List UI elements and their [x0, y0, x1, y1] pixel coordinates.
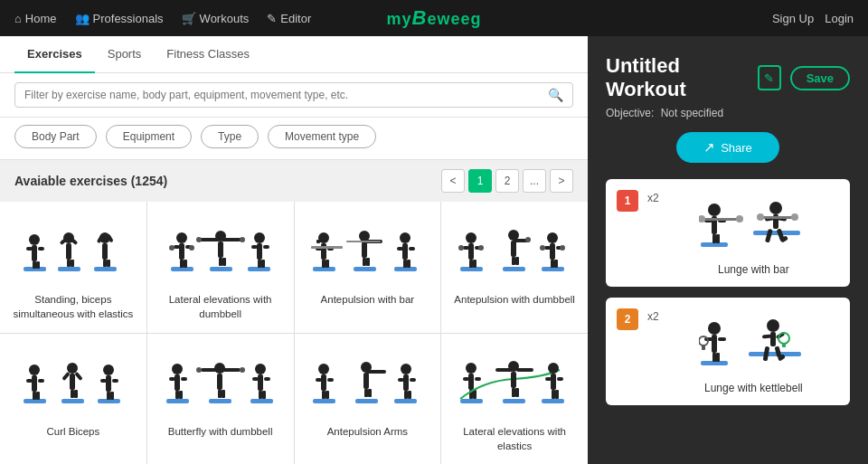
svg-rect-212 — [762, 335, 771, 339]
svg-rect-139 — [355, 399, 378, 403]
nav-home[interactable]: ⌂ Home — [14, 12, 57, 25]
exercise-card-0[interactable]: Standing, biceps simultaneous with elast… — [0, 202, 146, 333]
exercise-card-7[interactable]: Lateral elevations with elastics — [441, 334, 588, 465]
svg-point-79 — [478, 245, 484, 251]
filter-movement-type[interactable]: Movement type — [268, 125, 376, 148]
exercise-card-3[interactable]: Antepulsion with dumbbell — [441, 202, 588, 333]
svg-rect-100 — [38, 379, 44, 383]
svg-point-141 — [318, 364, 329, 374]
svg-rect-150 — [364, 389, 368, 397]
filter-body-part[interactable]: Body Part — [14, 125, 97, 148]
svg-rect-13 — [67, 260, 71, 267]
svg-rect-136 — [259, 391, 262, 399]
search-box: 🔍 — [14, 82, 573, 108]
svg-rect-8 — [36, 261, 40, 269]
svg-point-92 — [540, 245, 545, 251]
svg-rect-157 — [408, 391, 411, 399]
edit-workout-button[interactable]: ✎ — [758, 65, 780, 90]
nav-workouts[interactable]: 🛒 Workouts — [182, 12, 250, 25]
svg-point-199 — [791, 213, 798, 221]
item-number-0: 1 — [617, 190, 638, 212]
tab-fitness-classes[interactable]: Fitness Classes — [154, 36, 262, 73]
exercise-label-6: Antepulsion Arms — [327, 424, 409, 439]
svg-point-109 — [103, 365, 114, 375]
svg-point-189 — [736, 215, 743, 223]
svg-rect-6 — [38, 247, 44, 251]
signup-link[interactable]: Sign Up — [772, 12, 814, 25]
svg-rect-65 — [397, 247, 403, 251]
svg-rect-25 — [179, 243, 184, 260]
objective-line: Objective: Not specified — [606, 107, 850, 119]
svg-rect-160 — [542, 399, 564, 403]
svg-rect-178 — [555, 390, 559, 399]
exercise-label-7: Lateral elevations with elastics — [448, 424, 580, 453]
auth-links: Sign Up Login — [772, 12, 854, 25]
exercise-card-4[interactable]: Curl Biceps — [0, 334, 146, 465]
svg-rect-203 — [712, 335, 717, 353]
svg-rect-133 — [258, 374, 263, 391]
tab-exercises[interactable]: Exercises — [14, 36, 95, 73]
item-exercise-img-1 — [699, 308, 807, 376]
svg-rect-74 — [463, 246, 469, 250]
svg-rect-16 — [102, 243, 108, 260]
svg-rect-163 — [463, 377, 469, 381]
svg-rect-172 — [515, 388, 519, 397]
svg-rect-61 — [366, 258, 370, 266]
svg-rect-36 — [219, 258, 222, 266]
login-link[interactable]: Login — [825, 12, 854, 25]
exercise-card-2[interactable]: Antepulsion with bar — [295, 202, 441, 333]
page-prev[interactable]: < — [441, 169, 465, 193]
pagination: < 1 2 ... > — [441, 169, 573, 193]
svg-rect-171 — [512, 388, 515, 397]
nav-professionals[interactable]: 👥 Professionals — [75, 12, 164, 25]
page-1[interactable]: 1 — [468, 169, 492, 193]
exercise-label-0: Standing, biceps simultaneous with elast… — [7, 292, 139, 321]
professionals-icon: 👥 — [75, 12, 90, 25]
svg-point-210 — [767, 319, 779, 332]
nav-editor[interactable]: ✎ Editor — [267, 12, 311, 25]
exercise-card-6[interactable]: Antepulsion Arms — [295, 334, 441, 465]
svg-rect-62 — [346, 241, 381, 242]
exercise-card-1[interactable]: Lateral elevations with dumbbell — [147, 202, 294, 333]
exercise-card-5[interactable]: Butterfly with dumbbell — [147, 334, 294, 465]
svg-rect-186 — [716, 234, 720, 243]
main-layout: Exercises Sports Fitness Classes 🔍 Body … — [0, 36, 868, 464]
filter-type[interactable]: Type — [201, 125, 259, 148]
svg-point-202 — [708, 322, 721, 335]
page-2[interactable]: 2 — [495, 169, 519, 193]
svg-rect-180 — [753, 231, 800, 235]
svg-rect-107 — [71, 390, 74, 398]
svg-rect-110 — [106, 375, 111, 392]
svg-point-85 — [525, 237, 531, 242]
svg-rect-201 — [749, 352, 801, 356]
svg-rect-168 — [511, 372, 516, 388]
editor-icon: ✎ — [267, 12, 277, 25]
search-input[interactable] — [24, 89, 548, 101]
workout-item-1[interactable]: 2 x2 — [606, 298, 850, 405]
svg-rect-98 — [32, 375, 37, 392]
svg-rect-60 — [363, 258, 366, 266]
svg-point-188 — [699, 215, 705, 223]
exercise-label-4: Curl Biceps — [46, 424, 99, 439]
exercise-img-3 — [456, 213, 573, 285]
workout-item-0[interactable]: 1 x2 — [606, 179, 850, 287]
svg-point-63 — [400, 232, 410, 243]
svg-rect-68 — [407, 260, 410, 268]
tab-sports[interactable]: Sports — [95, 36, 155, 73]
tab-bar: Exercises Sports Fitness Classes — [0, 36, 588, 73]
exercise-img-2 — [308, 213, 426, 285]
svg-rect-22 — [210, 267, 232, 271]
save-button[interactable]: Save — [790, 66, 850, 90]
svg-rect-70 — [503, 267, 525, 271]
svg-rect-162 — [468, 374, 474, 390]
page-ellipsis[interactable]: ... — [523, 169, 546, 193]
svg-rect-28 — [180, 260, 184, 268]
filter-equipment[interactable]: Equipment — [106, 125, 192, 148]
svg-rect-84 — [515, 257, 519, 265]
svg-rect-115 — [166, 399, 189, 403]
svg-rect-33 — [218, 241, 223, 258]
item-content-1: Lunge with kettlebell — [668, 308, 839, 394]
svg-rect-59 — [316, 240, 320, 243]
page-next[interactable]: > — [550, 169, 573, 193]
share-button[interactable]: ↗ Share — [676, 132, 779, 163]
